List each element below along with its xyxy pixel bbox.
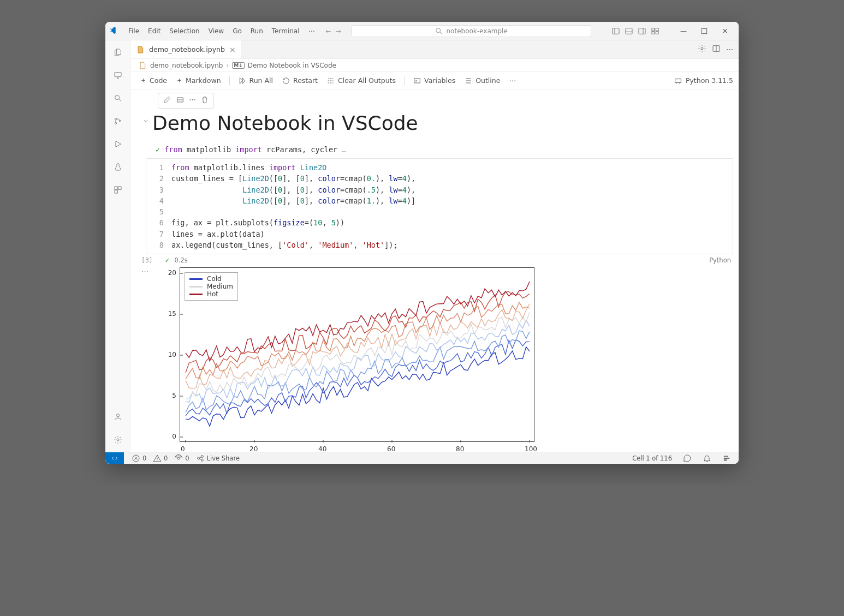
remote-indicator[interactable] — [105, 452, 124, 464]
ports-status[interactable]: 0 — [171, 454, 192, 463]
run-all-button[interactable]: Run All — [234, 75, 277, 87]
layout-bottom-icon[interactable] — [623, 26, 634, 37]
chart-plot: ColdMediumHot — [180, 267, 534, 442]
window-maximize-icon[interactable] — [695, 25, 714, 38]
feedback-icon[interactable] — [680, 454, 695, 463]
add-code-cell-button[interactable]: ＋ Code — [136, 74, 171, 87]
svg-point-10 — [115, 95, 119, 100]
svg-rect-8 — [702, 28, 706, 33]
restart-button[interactable]: Restart — [278, 75, 322, 87]
source-control-icon[interactable] — [111, 115, 124, 128]
menu-edit[interactable]: Edit — [144, 25, 165, 37]
nav-forward-icon[interactable]: → — [336, 27, 341, 35]
delete-cell-icon[interactable] — [200, 95, 209, 106]
menu-terminal[interactable]: Terminal — [268, 25, 304, 37]
svg-rect-2 — [626, 28, 632, 34]
breadcrumb[interactable]: demo_notebook.ipynb › M↓ Demo Notebook i… — [130, 59, 739, 72]
remote-explorer-icon[interactable] — [111, 69, 124, 82]
svg-rect-7 — [656, 31, 659, 34]
svg-point-13 — [119, 120, 121, 122]
testing-icon[interactable] — [111, 160, 124, 174]
edit-cell-icon[interactable] — [163, 95, 171, 106]
cell-output: ⋯ 05101520 ColdMediumHot 020406080100 — [141, 267, 736, 452]
cell-language[interactable]: Python — [709, 256, 731, 264]
svg-point-17 — [116, 414, 119, 417]
notifications-icon[interactable] — [699, 454, 715, 463]
split-cell-icon[interactable] — [176, 95, 185, 106]
tab-close-icon[interactable]: × — [229, 45, 236, 54]
search-icon[interactable] — [111, 92, 124, 105]
problems-status[interactable]: 0 0 — [128, 454, 171, 463]
vscode-window: FileEditSelectionViewGoRunTerminal ⋯ ← →… — [105, 22, 739, 464]
exec-count: [3] — [141, 256, 153, 264]
svg-rect-16 — [115, 190, 117, 193]
menu-view[interactable]: View — [204, 25, 228, 37]
menu-run[interactable]: Run — [246, 25, 268, 37]
layout-left-icon[interactable] — [610, 26, 621, 37]
notebook-body: ⋯ Demo Notebook in VSCode ✓ from matplot… — [130, 89, 739, 452]
markdown-badge-icon: M↓ — [232, 62, 245, 69]
clear-outputs-button[interactable]: Clear All Outputs — [323, 75, 400, 87]
cell-position-status[interactable]: Cell 1 of 116 — [629, 454, 675, 463]
svg-point-12 — [115, 122, 116, 124]
settings-gear-icon[interactable] — [111, 433, 124, 446]
menu-overflow-icon[interactable]: ⋯ — [305, 25, 318, 37]
success-check-icon: ✓ — [156, 145, 160, 154]
svg-rect-14 — [115, 187, 117, 189]
collapse-icon[interactable] — [141, 112, 150, 127]
svg-point-25 — [177, 457, 180, 459]
collapsed-code-summary[interactable]: ✓ from matplotlib import rcParams, cycle… — [156, 145, 736, 154]
chart-x-axis: 020406080100 — [180, 444, 534, 452]
toolbar-more-icon[interactable]: ⋯ — [505, 75, 520, 86]
execution-status: [3] ✓ 0.2s Python — [141, 254, 736, 266]
menu-go[interactable]: Go — [228, 25, 246, 37]
live-share-status[interactable]: Live Share — [193, 454, 243, 463]
vscode-logo-icon — [110, 27, 118, 35]
outline-button[interactable]: Outline — [460, 75, 504, 87]
explorer-icon[interactable] — [111, 46, 124, 59]
menu-file[interactable]: File — [124, 25, 144, 37]
command-center-search[interactable]: notebook-example — [351, 25, 591, 37]
cell-more-icon[interactable]: ⋯ — [189, 95, 196, 106]
menu-selection[interactable]: Selection — [165, 25, 204, 37]
svg-point-18 — [117, 439, 119, 441]
tab-demo-notebook[interactable]: demo_notebook.ipynb × — [130, 40, 242, 58]
run-config-icon[interactable] — [698, 44, 706, 55]
svg-rect-15 — [118, 187, 121, 189]
layout-right-icon[interactable] — [637, 26, 647, 37]
breadcrumb-file: demo_notebook.ipynb — [150, 62, 223, 69]
nav-back-icon[interactable]: ← — [326, 27, 331, 35]
add-markdown-cell-button[interactable]: ＋ Markdown — [172, 74, 225, 87]
prettier-icon[interactable] — [719, 454, 734, 463]
more-actions-icon[interactable]: ⋯ — [726, 45, 733, 53]
split-editor-icon[interactable] — [712, 44, 721, 55]
activity-bar — [105, 40, 130, 452]
status-bar: 0 0 0 Live Share Cell 1 of 116 — [105, 452, 739, 464]
layout-customize-icon[interactable] — [650, 26, 661, 37]
variables-button[interactable]: Variables — [409, 75, 459, 87]
notebook-file-icon — [136, 45, 145, 54]
svg-rect-9 — [115, 73, 121, 77]
run-debug-icon[interactable] — [111, 137, 124, 151]
output-actions-icon[interactable]: ⋯ — [141, 267, 148, 276]
kernel-picker[interactable]: Python 3.11.5 — [686, 76, 733, 85]
extensions-icon[interactable] — [111, 183, 124, 196]
svg-rect-3 — [639, 28, 645, 34]
svg-rect-21 — [414, 79, 420, 83]
code-cell[interactable]: 1from matplotlib.lines import Line2D2cus… — [146, 158, 733, 254]
svg-rect-31 — [724, 459, 727, 460]
svg-rect-29 — [724, 456, 728, 457]
svg-rect-22 — [675, 79, 681, 82]
kernel-icon — [674, 76, 682, 85]
svg-point-27 — [201, 455, 203, 457]
accounts-icon[interactable] — [111, 410, 124, 423]
svg-point-19 — [701, 47, 703, 50]
window-minimize-icon[interactable]: — — [674, 25, 693, 38]
search-text: notebook-example — [447, 27, 508, 35]
window-close-icon[interactable]: ✕ — [716, 25, 734, 38]
success-check-icon: ✓ — [165, 256, 170, 264]
svg-rect-6 — [652, 31, 655, 34]
svg-point-28 — [201, 459, 203, 461]
titlebar: FileEditSelectionViewGoRunTerminal ⋯ ← →… — [105, 22, 739, 40]
svg-rect-4 — [652, 28, 655, 31]
